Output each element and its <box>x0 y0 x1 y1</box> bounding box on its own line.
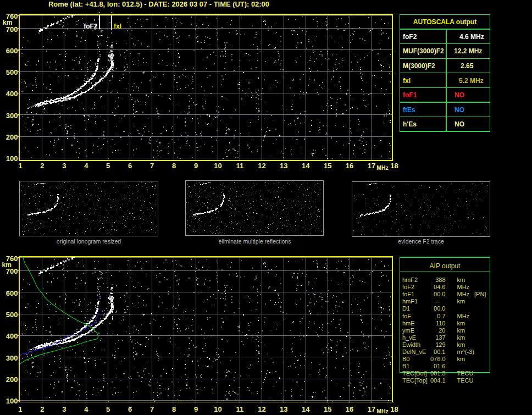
svg-text:evidence F2 trace: evidence F2 trace <box>398 238 444 245</box>
svg-text:km: km <box>457 356 465 362</box>
svg-text:TEC[Bot]: TEC[Bot] <box>402 370 427 377</box>
svg-text:4.6 MHz: 4.6 MHz <box>459 33 484 41</box>
svg-text:200: 200 <box>6 375 18 384</box>
svg-text:14: 14 <box>302 405 310 413</box>
svg-text:foF2: foF2 <box>403 33 417 41</box>
svg-text:eliminate multiple reflections: eliminate multiple reflections <box>219 238 291 245</box>
svg-text:foF2: foF2 <box>84 23 98 30</box>
svg-text:10: 10 <box>214 405 221 413</box>
svg-text:MHz: MHz <box>376 164 389 171</box>
svg-text:5: 5 <box>106 405 110 413</box>
svg-text:MHz: MHz <box>376 408 389 414</box>
svg-text:AIP output: AIP output <box>430 262 461 270</box>
svg-text:TECU: TECU <box>457 370 474 377</box>
svg-text:600: 600 <box>6 289 18 297</box>
svg-text:km: km <box>457 320 465 327</box>
svg-text:NO: NO <box>455 91 464 99</box>
svg-text:6: 6 <box>128 405 132 413</box>
svg-text:M(3000)F2: M(3000)F2 <box>403 62 435 70</box>
svg-text:300: 300 <box>6 112 18 120</box>
svg-text:ftEs: ftEs <box>403 106 415 114</box>
svg-text:[PN]: [PN] <box>474 291 486 297</box>
svg-text:2.65: 2.65 <box>461 62 474 70</box>
svg-text:DelN_vE: DelN_vE <box>402 348 426 355</box>
svg-text:14: 14 <box>302 162 310 170</box>
svg-text:110: 110 <box>436 320 446 327</box>
svg-text:Rome (lat: +41.8, lon: 012.5): Rome (lat: +41.8, lon: 012.5) - DATE: 20… <box>48 1 269 8</box>
svg-text:TECU: TECU <box>457 377 474 384</box>
svg-text:MUF(3000)F2: MUF(3000)F2 <box>403 47 444 55</box>
svg-text:TEC[Top]: TEC[Top] <box>402 377 428 384</box>
svg-text:400: 400 <box>6 332 18 340</box>
svg-text:NO: NO <box>455 120 464 128</box>
svg-text:388: 388 <box>435 276 445 283</box>
svg-text:13: 13 <box>280 162 287 170</box>
svg-text:7: 7 <box>150 162 154 170</box>
svg-text:hmE: hmE <box>402 320 415 327</box>
svg-text:11: 11 <box>236 405 244 413</box>
svg-text:2: 2 <box>40 162 44 170</box>
svg-text:4: 4 <box>84 162 88 170</box>
svg-text:D1: D1 <box>402 305 410 312</box>
svg-text:8: 8 <box>172 405 176 413</box>
svg-text:16: 16 <box>346 162 353 170</box>
svg-text:600: 600 <box>6 47 18 55</box>
svg-text:18: 18 <box>390 405 398 413</box>
svg-text:18: 18 <box>390 162 398 170</box>
svg-text:9: 9 <box>194 162 198 170</box>
svg-text:km: km <box>457 334 465 341</box>
svg-text:7: 7 <box>150 405 154 413</box>
svg-text:m^(-3): m^(-3) <box>457 348 474 355</box>
svg-text:1: 1 <box>18 405 22 413</box>
svg-text:fxl: fxl <box>114 23 121 30</box>
svg-text:001.5: 001.5 <box>430 370 446 377</box>
svg-text:9: 9 <box>194 405 198 413</box>
svg-text:h'Es: h'Es <box>403 120 417 128</box>
svg-text:15: 15 <box>324 405 331 413</box>
svg-text:00.0: 00.0 <box>434 305 445 312</box>
svg-text:hmF1: hmF1 <box>402 298 418 305</box>
svg-text:11: 11 <box>236 162 244 170</box>
svg-text:12: 12 <box>258 162 265 170</box>
svg-text:300: 300 <box>6 354 18 362</box>
svg-text:B1: B1 <box>402 363 409 369</box>
svg-text:10: 10 <box>214 162 221 170</box>
svg-text:00.1: 00.1 <box>434 348 445 355</box>
svg-text:fxl: fxl <box>403 77 411 85</box>
svg-text:13: 13 <box>280 405 287 413</box>
svg-text:original ionogram resized: original ionogram resized <box>57 238 121 245</box>
svg-text:100: 100 <box>6 397 18 405</box>
svg-text:NO: NO <box>455 106 464 114</box>
svg-text:8: 8 <box>172 162 176 170</box>
svg-text:12: 12 <box>258 405 265 413</box>
svg-text:20: 20 <box>439 327 445 334</box>
svg-text:15: 15 <box>324 162 331 170</box>
svg-text:h_vE: h_vE <box>402 334 416 341</box>
svg-text:foF2: foF2 <box>402 284 414 290</box>
svg-text:17: 17 <box>368 162 375 170</box>
svg-text:foE: foE <box>402 313 412 319</box>
svg-text:2: 2 <box>40 405 44 413</box>
svg-text:AUTOSCALA output: AUTOSCALA output <box>413 18 476 26</box>
svg-text:hmF2: hmF2 <box>402 276 418 283</box>
svg-text:B0: B0 <box>402 356 409 362</box>
svg-text:km: km <box>457 298 465 305</box>
svg-text:04.6: 04.6 <box>434 284 445 290</box>
svg-text:6: 6 <box>128 162 132 170</box>
svg-text:MHz: MHz <box>457 291 470 297</box>
svg-text:500: 500 <box>6 68 18 76</box>
svg-text:17: 17 <box>368 405 375 413</box>
svg-text:400: 400 <box>6 90 18 98</box>
svg-text:076.0: 076.0 <box>430 356 446 362</box>
svg-text:129: 129 <box>435 341 445 348</box>
svg-text:km: km <box>2 261 12 269</box>
svg-text:5: 5 <box>106 162 110 170</box>
svg-text:km: km <box>457 341 465 348</box>
svg-text:---: --- <box>434 298 440 305</box>
svg-text:16: 16 <box>346 405 353 413</box>
svg-text:00.0: 00.0 <box>434 291 445 297</box>
svg-text:ymE: ymE <box>402 327 414 334</box>
svg-text:0.7: 0.7 <box>437 313 445 319</box>
svg-text:5.2 MHz: 5.2 MHz <box>459 77 484 85</box>
svg-text:MHz: MHz <box>457 313 470 319</box>
